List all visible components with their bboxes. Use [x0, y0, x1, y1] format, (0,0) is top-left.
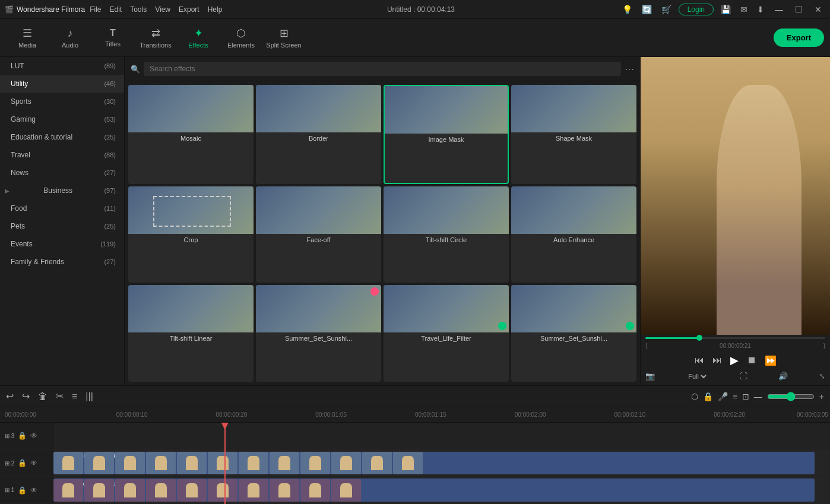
thumb	[208, 452, 237, 474]
toolbar-effects[interactable]: ✦ Effects	[177, 21, 220, 55]
track-2-label: ⊞ 2 🔒 👁	[0, 450, 53, 477]
effect-auto-enhance[interactable]: Auto Enhance	[511, 186, 636, 283]
lightbulb-icon[interactable]: 💡	[620, 4, 635, 15]
sidebar-item-education[interactable]: Education & tutorial (25)	[0, 128, 124, 146]
play-button[interactable]: ▶	[730, 354, 739, 367]
minimize-button[interactable]: —	[771, 5, 787, 14]
zoom-in-button[interactable]: +	[819, 392, 824, 401]
effect-face-off-label: Face-off	[256, 234, 381, 246]
sidebar-gaming-count: (53)	[104, 116, 116, 123]
effect-travel-life-filter-thumb	[384, 285, 509, 332]
toolbar-split-screen[interactable]: ⊞ Split Screen	[262, 21, 305, 55]
titlebar: 🎬 Wondershare Filmora File Edit Tools Vi…	[0, 0, 830, 19]
track-3-lock-icon[interactable]: 🔒	[18, 432, 27, 440]
effect-mosaic-label: Mosaic	[128, 132, 254, 144]
track-2-lock-icon[interactable]: 🔒	[18, 459, 27, 467]
step-back-button[interactable]: ⏭	[712, 355, 722, 366]
close-button[interactable]: ✕	[811, 5, 825, 14]
effect-tilt-shift-linear[interactable]: Tilt-shift Linear	[128, 285, 254, 382]
track-3-visible-icon[interactable]: 👁	[30, 432, 37, 440]
refresh-icon[interactable]: 🔄	[639, 4, 654, 15]
effect-shape-mask[interactable]: Shape Mask	[511, 85, 636, 184]
stop-button[interactable]: ⏹	[747, 355, 756, 366]
effect-travel-life-filter[interactable]: Travel_Life_Filter	[384, 285, 509, 382]
sidebar-item-sports[interactable]: Sports (30)	[0, 93, 124, 110]
menu-tools[interactable]: Tools	[130, 5, 147, 14]
menu-edit[interactable]: Edit	[110, 5, 122, 14]
sidebar-item-utility[interactable]: Utility (46)	[0, 75, 124, 93]
screenshot-button[interactable]: 📷	[645, 372, 655, 381]
effect-image-mask[interactable]: Image Mask	[384, 85, 509, 184]
mixer-button[interactable]: ≡	[72, 391, 77, 402]
track-2-clip[interactable]: pexels-karolina-grabowska-7976781	[53, 452, 815, 475]
track-1-visible-icon[interactable]: 👁	[30, 486, 37, 495]
menu-help[interactable]: Help	[208, 5, 223, 14]
fullscreen-button[interactable]: ⛶	[740, 372, 747, 381]
track-2-visible-icon[interactable]: 👁	[30, 459, 37, 467]
sidebar-item-news[interactable]: News (27)	[0, 164, 124, 182]
effect-summer-set-2[interactable]: Summer_Set_Sunshi...	[511, 285, 636, 382]
zoom-out-button[interactable]: —	[754, 392, 762, 401]
track-1-lock-icon[interactable]: 🔒	[18, 486, 27, 495]
effect-face-off[interactable]: Face-off	[256, 186, 381, 283]
mic-button[interactable]: 🎤	[718, 392, 728, 401]
effect-tilt-shift-circle[interactable]: Tilt-shift Circle	[384, 186, 509, 283]
cut-button[interactable]: ✂	[56, 391, 64, 402]
save-icon[interactable]: 💾	[718, 4, 733, 15]
sidebar-item-gaming[interactable]: Gaming (53)	[0, 110, 124, 128]
preview-progress-thumb[interactable]	[696, 335, 702, 341]
step-fwd-button[interactable]: ⏩	[765, 355, 777, 366]
rewind-button[interactable]: ⏮	[695, 355, 704, 366]
menu-file[interactable]: File	[90, 5, 101, 14]
more-options-icon[interactable]: ⋯	[625, 64, 634, 75]
toolbar-transitions[interactable]: ⇄ Transitions	[134, 21, 177, 55]
transitions-icon: ⇄	[151, 27, 160, 40]
thumb	[84, 452, 114, 474]
tracks-button[interactable]: ≡	[733, 392, 737, 401]
sidebar-item-family[interactable]: Family & Friends (27)	[0, 253, 124, 271]
menu-view[interactable]: View	[155, 5, 170, 14]
effect-summer-set-1[interactable]: Summer_Set_Sunshi...	[256, 285, 381, 382]
track-1-clip[interactable]: pexels-karolina-grabowska-7976781	[53, 478, 815, 502]
download-icon[interactable]: ⬇	[755, 4, 766, 15]
cart-icon[interactable]: 🛒	[659, 4, 674, 15]
effect-border-thumb	[256, 85, 381, 132]
export-button[interactable]: Export	[774, 28, 824, 47]
toolbar-titles[interactable]: T Titles	[91, 21, 134, 55]
sidebar-item-events[interactable]: Events (119)	[0, 235, 124, 253]
effect-mosaic[interactable]: Mosaic	[128, 85, 254, 184]
effect-tilt-shift-circle-label: Tilt-shift Circle	[384, 234, 509, 246]
effect-border[interactable]: Border	[256, 85, 381, 184]
preview-progress-bar[interactable]	[645, 337, 825, 339]
lock-all-button[interactable]: 🔒	[703, 392, 713, 401]
toolbar-media[interactable]: ☰ Media	[6, 21, 49, 55]
sidebar-item-food[interactable]: Food (11)	[0, 199, 124, 217]
sidebar-utility-label: Utility	[11, 80, 28, 88]
redo-button[interactable]: ↪	[22, 391, 30, 402]
media-icon: ☰	[23, 27, 32, 40]
login-button[interactable]: Login	[679, 4, 714, 15]
ai-button[interactable]: ⬡	[691, 392, 698, 401]
volume-button[interactable]: 🔊	[778, 372, 788, 381]
sidebar-pets-label: Pets	[11, 222, 25, 230]
sidebar-item-travel[interactable]: Travel (88)	[0, 146, 124, 164]
effect-crop[interactable]: Crop	[128, 186, 254, 283]
sidebar-item-business[interactable]: ▶ Business (97)	[0, 182, 124, 199]
more-preview-btn[interactable]: ⤡	[819, 372, 825, 381]
track-1-label: ⊞ 1 🔒 👁	[0, 477, 53, 503]
undo-button[interactable]: ↩	[6, 391, 14, 402]
delete-button[interactable]: 🗑	[38, 391, 47, 402]
maximize-button[interactable]: ☐	[791, 5, 806, 14]
audio-wave-button[interactable]: |||	[85, 391, 93, 402]
sidebar-item-lut[interactable]: LUT (89)	[0, 57, 124, 75]
zoom-slider[interactable]	[767, 392, 815, 401]
mail-icon[interactable]: ✉	[738, 4, 750, 15]
thumb	[177, 452, 207, 474]
menu-export[interactable]: Export	[179, 5, 199, 14]
sidebar-item-pets[interactable]: Pets (25)	[0, 217, 124, 235]
toolbar-elements[interactable]: ⬡ Elements	[220, 21, 262, 55]
toolbar-audio[interactable]: ♪ Audio	[49, 21, 91, 55]
quality-select[interactable]: Full 1/2 1/4	[686, 372, 708, 381]
layout-button[interactable]: ⊡	[742, 392, 749, 401]
search-input[interactable]	[144, 62, 621, 76]
